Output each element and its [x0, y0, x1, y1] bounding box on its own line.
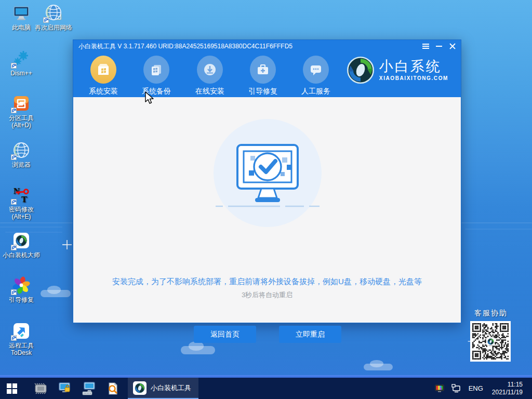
completion-message: 安装完成，为了不影响系统部署，重启前请将外接设备拔掉，例如U盘，移动硬盘，光盘等	[74, 277, 460, 287]
desktop-icon-partition-tool[interactable]: 分区工具 (Alt+D)	[1, 95, 42, 129]
desktop-icon-label: 再次启用网络	[33, 24, 74, 31]
success-monitor-illustration	[212, 118, 323, 228]
computer-keyboard-icon	[82, 381, 96, 396]
nav-boot-repair[interactable]: 引导修复	[243, 56, 283, 96]
sparkle-decoration	[62, 240, 72, 249]
nav-label: 系统备份	[137, 87, 176, 96]
desktop-icon-label: 分区工具	[1, 114, 42, 122]
shortcut-overlay-icon	[11, 63, 17, 69]
browser-globe-icon	[12, 141, 30, 159]
taskbar-item-label: 小白装机工具	[151, 383, 191, 393]
window-title: 小白装机工具 V 3.1.717.460 URID:88A24525169518…	[78, 40, 292, 52]
close-button[interactable]	[446, 40, 459, 52]
system-tray: ENG 11:15 2021/11/19	[431, 378, 532, 399]
shortcut-overlay-icon	[11, 289, 17, 295]
desktop-icon-todesk[interactable]: 远程工具 ToDesk	[1, 322, 42, 356]
nav-label: 引导修复	[243, 87, 283, 96]
minimize-icon	[436, 46, 442, 47]
brand-logo: 小白系统 XIAOBAIXITONG.COM	[347, 57, 448, 84]
cloud-decoration	[41, 290, 71, 297]
nav-system-backup[interactable]: 系统备份	[137, 56, 176, 96]
backup-icon	[143, 56, 169, 84]
install-icon	[90, 56, 116, 84]
network-globe-icon	[45, 4, 62, 22]
desktop-icon-label: 小白装机大师	[1, 251, 42, 259]
countdown-text: 3秒后将自动重启	[74, 290, 460, 300]
shortcut-overlay-icon	[11, 335, 17, 341]
brand-title: 小白系统	[379, 59, 448, 74]
service-icon	[303, 56, 329, 84]
tray-date: 2021/11/19	[492, 389, 523, 396]
nav-label: 系统安装	[84, 87, 123, 96]
tray-time: 11:15	[492, 381, 523, 389]
tray-network-icon[interactable]	[448, 378, 465, 399]
horizon-streak	[0, 227, 62, 228]
tray-clock[interactable]: 11:15 2021/11/19	[487, 381, 528, 396]
nav-manual-service[interactable]: 人工服务	[296, 56, 336, 96]
brand-text: 小白系统 XIAOBAIXITONG.COM	[379, 59, 448, 81]
desktop-icon-browser[interactable]: 浏览器	[1, 141, 42, 168]
nav-label: 人工服务	[296, 87, 336, 96]
desktop-icon-dism[interactable]: Dism++	[1, 50, 42, 77]
shortcut-overlay-icon	[11, 199, 17, 205]
download-icon	[197, 56, 223, 84]
taskbar-item-search-tool[interactable]	[101, 378, 125, 399]
desktop-icon-boot-repair[interactable]: 引导修复	[1, 276, 42, 303]
close-icon	[449, 43, 456, 49]
desktop-icon-sublabel: ToDesk	[1, 349, 42, 356]
partition-tool-icon	[12, 95, 30, 112]
minimize-button[interactable]	[433, 40, 445, 52]
memory-chip-icon	[34, 382, 48, 395]
gears-icon	[12, 50, 30, 68]
cloud-decoration	[364, 364, 393, 370]
tray-display-color-icon[interactable]	[431, 378, 448, 399]
horizon-streak	[465, 229, 532, 230]
title-bar[interactable]: 小白装机工具 V 3.1.717.460 URID:88A24525169518…	[73, 40, 461, 52]
pinwheel-icon	[12, 276, 30, 294]
desktop-icon-enable-network[interactable]: 再次启用网络	[33, 4, 74, 31]
xiaobai-app-icon	[12, 232, 30, 249]
taskbar-item-memory-tool[interactable]	[29, 378, 53, 399]
desktop-icon-label: 密码修改	[1, 206, 42, 213]
desktop-icon-sublabel: (Alt+E)	[1, 213, 42, 220]
svg-text:N: N	[14, 186, 20, 196]
shortcut-overlay-icon	[43, 17, 49, 23]
menu-button[interactable]	[419, 40, 432, 52]
desktop-icon-label: 浏览器	[1, 161, 42, 168]
qr-center-logo-icon	[486, 337, 495, 345]
this-pc-icon	[12, 4, 30, 22]
window-content: 安装完成，为了不影响系统部署，重启前请将外接设备拔掉，例如U盘，移动硬盘，光盘等…	[74, 97, 460, 322]
desktop-icon-label: 远程工具	[1, 342, 42, 349]
desktop-icon-xiaobai-master[interactable]: 小白装机大师	[1, 232, 42, 259]
nav-online-install[interactable]: 在线安装	[190, 56, 230, 96]
qr-code	[470, 321, 511, 362]
taskbar-item-locked-pc-tool[interactable]	[53, 378, 77, 399]
taskbar-item-pc-keyboard-tool[interactable]	[77, 378, 101, 399]
start-button[interactable]	[0, 378, 24, 399]
hamburger-icon	[422, 43, 429, 50]
desktop-icon-password-change[interactable]: N T 密码修改 (Alt+E)	[1, 186, 42, 220]
tray-language-indicator[interactable]: ENG	[465, 378, 487, 399]
windows-logo-icon	[7, 383, 17, 394]
repair-icon	[250, 56, 276, 84]
computer-lock-icon	[58, 381, 72, 395]
search-document-icon	[106, 382, 119, 395]
xiaobai-app-icon	[133, 381, 147, 395]
shortcut-overlay-icon	[11, 245, 17, 250]
taskbar-item-xiaobai-tool[interactable]: 小白装机工具	[128, 378, 198, 399]
restart-now-button[interactable]: 立即重启	[279, 326, 341, 343]
window-header: 小白装机工具 V 3.1.717.460 URID:88A24525169518…	[73, 40, 461, 97]
app-window: 小白装机工具 V 3.1.717.460 URID:88A24525169518…	[73, 39, 461, 323]
desktop-icon-sublabel: (Alt+D)	[1, 122, 42, 129]
desktop: 此电脑 再次启用网络	[0, 0, 532, 399]
cloud-decoration	[181, 346, 215, 354]
xiaobai-logo-icon	[347, 57, 374, 84]
return-home-button[interactable]: 返回首页	[194, 326, 256, 343]
customer-service-panel: 客服协助	[470, 309, 512, 362]
desktop-icon-label: Dism++	[1, 70, 42, 77]
brand-subtitle: XIAOBAIXITONG.COM	[379, 75, 448, 81]
customer-service-label: 客服协助	[470, 309, 512, 318]
taskbar: 小白装机工具 EN	[0, 378, 532, 399]
nt-password-key-icon: N T	[12, 186, 30, 204]
nav-system-install[interactable]: 系统安装	[84, 56, 123, 96]
